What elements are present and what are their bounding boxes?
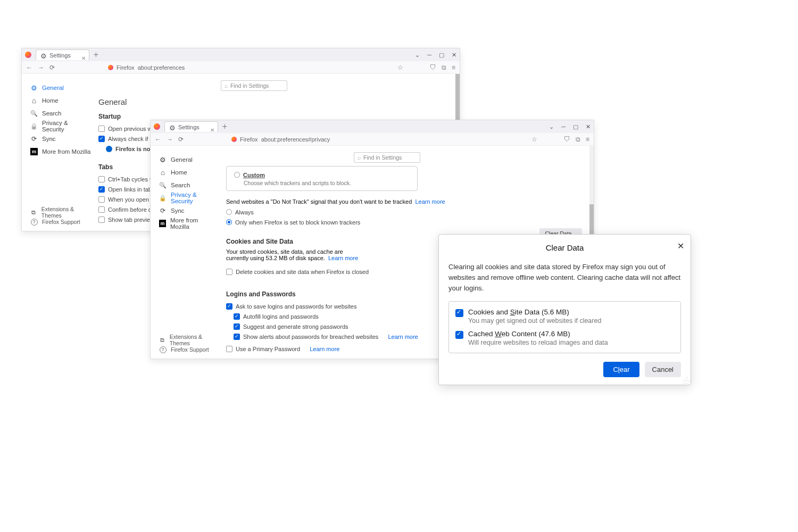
address-bar[interactable]: Firefox about:preferences#privacy (189, 136, 526, 143)
dialog-title: Clear Data (448, 243, 681, 252)
page-title: General (98, 97, 449, 106)
resize-grip-icon[interactable]: ⋰⋰⋰ (683, 378, 689, 384)
minimize-icon[interactable]: ─ (561, 123, 566, 130)
find-in-settings[interactable]: Find in Settings (354, 152, 420, 163)
address-bar[interactable]: Firefox about:preferences (60, 64, 392, 71)
custom-radio[interactable] (234, 172, 240, 178)
back-button[interactable]: ← (26, 64, 32, 71)
clear-button[interactable]: Clear (603, 362, 639, 377)
new-tab-button[interactable]: + (218, 122, 231, 131)
lock-icon (30, 123, 38, 130)
cookies-checkbox[interactable] (455, 309, 463, 317)
search-icon (30, 110, 38, 117)
startup-heading: Startup (98, 113, 449, 120)
reload-button[interactable]: ⟳ (49, 64, 55, 71)
sidebar-item-home[interactable]: Home (159, 166, 215, 179)
breach-alerts-checkbox[interactable] (234, 334, 240, 340)
find-in-settings[interactable]: Find in Settings (221, 80, 287, 91)
url-path: about:preferences#privacy (261, 136, 330, 143)
ask-save-logins-checkbox[interactable] (226, 303, 232, 310)
forward-button[interactable]: → (38, 64, 44, 71)
search-icon (159, 182, 167, 189)
menu-icon[interactable] (586, 136, 589, 143)
dropdown-icon[interactable]: ⌄ (415, 52, 420, 59)
reload-button[interactable]: ⟳ (178, 136, 184, 143)
dialog-close-button[interactable]: ✕ (677, 241, 684, 251)
dnt-learn-more-link[interactable]: Learn more (415, 198, 445, 205)
firefox-icon (154, 123, 160, 130)
tab-settings[interactable]: Settings (36, 49, 89, 60)
forward-button[interactable]: → (167, 136, 173, 143)
sidebar-item-general[interactable]: General (159, 153, 215, 166)
sidebar-item-sync[interactable]: Sync (30, 132, 91, 145)
tab-title: Settings (49, 52, 71, 59)
bookmark-icon[interactable] (397, 64, 403, 71)
nav-toolbar: ← → ⟳ Firefox about:preferences#privacy (151, 133, 594, 146)
tab-settings[interactable]: Settings (164, 121, 218, 132)
sidebar-item-general[interactable]: General (30, 81, 91, 94)
gear-icon (169, 124, 175, 130)
mozilla-icon (30, 148, 38, 155)
shield-icon[interactable] (430, 64, 436, 71)
default-browser-checkbox[interactable] (98, 136, 105, 142)
firefox-icon (231, 137, 237, 142)
dnt-only-radio[interactable] (226, 219, 232, 225)
dropdown-icon[interactable]: ⌄ (549, 123, 554, 130)
close-window-icon[interactable]: ✕ (452, 52, 456, 59)
tab-previews-checkbox[interactable] (98, 217, 105, 223)
shield-icon[interactable] (564, 136, 570, 143)
sidebar-item-privacy[interactable]: Privacy & Security (159, 192, 215, 204)
autofill-checkbox[interactable] (234, 313, 240, 320)
cache-checkbox[interactable] (455, 331, 463, 339)
maximize-icon[interactable]: ▢ (573, 123, 578, 130)
sync-icon (30, 135, 38, 143)
sidebar-item-privacy[interactable]: Privacy & Security (30, 120, 91, 132)
menu-icon[interactable] (452, 64, 455, 71)
sidebar-item-home[interactable]: Home (30, 94, 91, 107)
extensions-icon[interactable] (576, 136, 580, 143)
home-icon (30, 96, 38, 105)
suggest-passwords-checkbox[interactable] (234, 323, 240, 330)
sidebar-item-sync[interactable]: Sync (159, 204, 215, 217)
ctrl-tab-checkbox[interactable] (98, 176, 105, 182)
url-prefix: Firefox (240, 136, 258, 143)
sidebar-item-more[interactable]: More from Mozilla (30, 145, 91, 158)
close-window-icon[interactable]: ✕ (586, 123, 591, 130)
open-links-tabs-checkbox[interactable] (98, 186, 105, 193)
gear-icon (30, 84, 38, 92)
custom-protection-box[interactable]: Custom Choose which trackers and scripts… (226, 166, 418, 191)
sidebar-item-search[interactable]: Search (30, 107, 91, 120)
firefox-icon (25, 52, 31, 58)
gear-icon (159, 156, 167, 164)
dnt-always-radio[interactable] (226, 209, 232, 215)
open-previous-checkbox[interactable] (98, 126, 105, 132)
help-icon (159, 346, 167, 353)
url-path: about:preferences (138, 64, 185, 71)
breach-learn-more-link[interactable]: Learn more (388, 334, 418, 340)
sidebar-item-support[interactable]: Firefox Support (159, 345, 215, 354)
sidebar-item-extensions[interactable]: Extensions & Themes (30, 207, 91, 217)
dialog-options: Cookies and Site Data (5.6 MB) You may g… (448, 301, 681, 353)
minimize-icon[interactable]: ─ (427, 52, 431, 59)
new-tab-button[interactable]: + (89, 50, 103, 60)
open-link-checkbox[interactable] (98, 196, 105, 203)
cancel-button[interactable]: Cancel (645, 362, 681, 377)
clear-data-dialog: Clear Data ✕ Clearing all cookies and si… (438, 234, 691, 385)
maximize-icon[interactable]: ▢ (439, 52, 444, 59)
back-button[interactable]: ← (155, 136, 161, 143)
primary-pw-learn-more-link[interactable]: Learn more (310, 346, 339, 352)
primary-password-checkbox[interactable] (226, 346, 232, 352)
home-icon (159, 168, 167, 177)
sidebar-item-search[interactable]: Search (159, 179, 215, 192)
sidebar-item-extensions[interactable]: Extensions & Themes (159, 335, 215, 345)
extensions-icon[interactable] (442, 64, 446, 71)
confirm-close-checkbox[interactable] (98, 206, 105, 213)
delete-on-close-checkbox[interactable] (226, 269, 232, 275)
cookies-learn-more-link[interactable]: Learn more (328, 255, 358, 261)
lock-icon (159, 195, 167, 202)
mozilla-icon (159, 220, 166, 227)
preferences-sidebar: General Home Search Privacy & Security S… (22, 74, 91, 231)
bookmark-icon[interactable] (531, 136, 537, 143)
sidebar-item-more[interactable]: More from Mozilla (159, 217, 215, 230)
info-icon (106, 146, 112, 152)
